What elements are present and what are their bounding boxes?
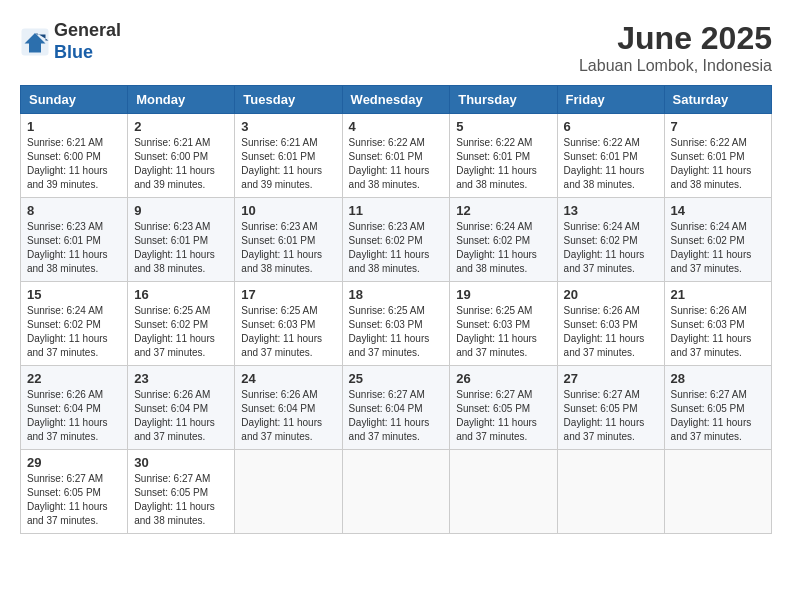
day-info: Sunrise: 6:26 AM Sunset: 6:03 PM Dayligh… — [564, 304, 658, 360]
day-info: Sunrise: 6:25 AM Sunset: 6:03 PM Dayligh… — [456, 304, 550, 360]
day-number: 11 — [349, 203, 444, 218]
calendar-day-cell — [450, 450, 557, 534]
day-info: Sunrise: 6:23 AM Sunset: 6:02 PM Dayligh… — [349, 220, 444, 276]
calendar-day-cell: 18Sunrise: 6:25 AM Sunset: 6:03 PM Dayli… — [342, 282, 450, 366]
calendar-day-cell: 4Sunrise: 6:22 AM Sunset: 6:01 PM Daylig… — [342, 114, 450, 198]
day-number: 8 — [27, 203, 121, 218]
calendar-day-cell — [235, 450, 342, 534]
calendar-day-cell: 11Sunrise: 6:23 AM Sunset: 6:02 PM Dayli… — [342, 198, 450, 282]
calendar-week-row: 8Sunrise: 6:23 AM Sunset: 6:01 PM Daylig… — [21, 198, 772, 282]
day-info: Sunrise: 6:24 AM Sunset: 6:02 PM Dayligh… — [564, 220, 658, 276]
day-info: Sunrise: 6:25 AM Sunset: 6:03 PM Dayligh… — [241, 304, 335, 360]
day-number: 6 — [564, 119, 658, 134]
day-number: 7 — [671, 119, 765, 134]
day-number: 9 — [134, 203, 228, 218]
day-number: 15 — [27, 287, 121, 302]
header: General Blue June 2025 Labuan Lombok, In… — [20, 20, 772, 75]
day-info: Sunrise: 6:27 AM Sunset: 6:05 PM Dayligh… — [456, 388, 550, 444]
day-info: Sunrise: 6:27 AM Sunset: 6:05 PM Dayligh… — [27, 472, 121, 528]
calendar-week-row: 22Sunrise: 6:26 AM Sunset: 6:04 PM Dayli… — [21, 366, 772, 450]
weekday-header-friday: Friday — [557, 86, 664, 114]
weekday-header-sunday: Sunday — [21, 86, 128, 114]
day-info: Sunrise: 6:26 AM Sunset: 6:04 PM Dayligh… — [134, 388, 228, 444]
calendar-day-cell: 30Sunrise: 6:27 AM Sunset: 6:05 PM Dayli… — [128, 450, 235, 534]
weekday-header-thursday: Thursday — [450, 86, 557, 114]
calendar-day-cell: 29Sunrise: 6:27 AM Sunset: 6:05 PM Dayli… — [21, 450, 128, 534]
day-info: Sunrise: 6:26 AM Sunset: 6:04 PM Dayligh… — [241, 388, 335, 444]
day-info: Sunrise: 6:23 AM Sunset: 6:01 PM Dayligh… — [134, 220, 228, 276]
calendar-day-cell: 7Sunrise: 6:22 AM Sunset: 6:01 PM Daylig… — [664, 114, 771, 198]
calendar-day-cell: 28Sunrise: 6:27 AM Sunset: 6:05 PM Dayli… — [664, 366, 771, 450]
day-info: Sunrise: 6:22 AM Sunset: 6:01 PM Dayligh… — [564, 136, 658, 192]
calendar-day-cell: 24Sunrise: 6:26 AM Sunset: 6:04 PM Dayli… — [235, 366, 342, 450]
day-number: 22 — [27, 371, 121, 386]
day-info: Sunrise: 6:25 AM Sunset: 6:03 PM Dayligh… — [349, 304, 444, 360]
title-section: June 2025 Labuan Lombok, Indonesia — [579, 20, 772, 75]
logo-line2: Blue — [54, 42, 121, 64]
day-info: Sunrise: 6:26 AM Sunset: 6:04 PM Dayligh… — [27, 388, 121, 444]
calendar-day-cell: 3Sunrise: 6:21 AM Sunset: 6:01 PM Daylig… — [235, 114, 342, 198]
calendar-day-cell — [664, 450, 771, 534]
calendar-header-row: SundayMondayTuesdayWednesdayThursdayFrid… — [21, 86, 772, 114]
day-number: 2 — [134, 119, 228, 134]
calendar-week-row: 29Sunrise: 6:27 AM Sunset: 6:05 PM Dayli… — [21, 450, 772, 534]
calendar-day-cell: 17Sunrise: 6:25 AM Sunset: 6:03 PM Dayli… — [235, 282, 342, 366]
calendar-day-cell: 26Sunrise: 6:27 AM Sunset: 6:05 PM Dayli… — [450, 366, 557, 450]
day-info: Sunrise: 6:24 AM Sunset: 6:02 PM Dayligh… — [27, 304, 121, 360]
day-number: 14 — [671, 203, 765, 218]
day-number: 4 — [349, 119, 444, 134]
calendar-day-cell: 22Sunrise: 6:26 AM Sunset: 6:04 PM Dayli… — [21, 366, 128, 450]
day-info: Sunrise: 6:21 AM Sunset: 6:00 PM Dayligh… — [27, 136, 121, 192]
calendar-table: SundayMondayTuesdayWednesdayThursdayFrid… — [20, 85, 772, 534]
calendar-day-cell: 14Sunrise: 6:24 AM Sunset: 6:02 PM Dayli… — [664, 198, 771, 282]
weekday-header-monday: Monday — [128, 86, 235, 114]
calendar-day-cell: 21Sunrise: 6:26 AM Sunset: 6:03 PM Dayli… — [664, 282, 771, 366]
day-info: Sunrise: 6:23 AM Sunset: 6:01 PM Dayligh… — [27, 220, 121, 276]
calendar-day-cell: 12Sunrise: 6:24 AM Sunset: 6:02 PM Dayli… — [450, 198, 557, 282]
day-number: 27 — [564, 371, 658, 386]
calendar-day-cell: 27Sunrise: 6:27 AM Sunset: 6:05 PM Dayli… — [557, 366, 664, 450]
day-info: Sunrise: 6:22 AM Sunset: 6:01 PM Dayligh… — [349, 136, 444, 192]
day-number: 1 — [27, 119, 121, 134]
calendar-day-cell: 23Sunrise: 6:26 AM Sunset: 6:04 PM Dayli… — [128, 366, 235, 450]
day-number: 10 — [241, 203, 335, 218]
day-info: Sunrise: 6:22 AM Sunset: 6:01 PM Dayligh… — [671, 136, 765, 192]
day-number: 21 — [671, 287, 765, 302]
day-number: 16 — [134, 287, 228, 302]
logo: General Blue — [20, 20, 121, 63]
day-info: Sunrise: 6:21 AM Sunset: 6:00 PM Dayligh… — [134, 136, 228, 192]
calendar-day-cell — [342, 450, 450, 534]
day-info: Sunrise: 6:27 AM Sunset: 6:05 PM Dayligh… — [134, 472, 228, 528]
month-year-title: June 2025 — [579, 20, 772, 57]
calendar-week-row: 15Sunrise: 6:24 AM Sunset: 6:02 PM Dayli… — [21, 282, 772, 366]
day-number: 13 — [564, 203, 658, 218]
calendar-day-cell: 25Sunrise: 6:27 AM Sunset: 6:04 PM Dayli… — [342, 366, 450, 450]
calendar-day-cell: 19Sunrise: 6:25 AM Sunset: 6:03 PM Dayli… — [450, 282, 557, 366]
calendar-day-cell — [557, 450, 664, 534]
day-info: Sunrise: 6:21 AM Sunset: 6:01 PM Dayligh… — [241, 136, 335, 192]
day-number: 26 — [456, 371, 550, 386]
day-info: Sunrise: 6:26 AM Sunset: 6:03 PM Dayligh… — [671, 304, 765, 360]
calendar-day-cell: 5Sunrise: 6:22 AM Sunset: 6:01 PM Daylig… — [450, 114, 557, 198]
calendar-day-cell: 2Sunrise: 6:21 AM Sunset: 6:00 PM Daylig… — [128, 114, 235, 198]
weekday-header-wednesday: Wednesday — [342, 86, 450, 114]
day-info: Sunrise: 6:27 AM Sunset: 6:05 PM Dayligh… — [564, 388, 658, 444]
logo-line1: General — [54, 20, 121, 42]
day-info: Sunrise: 6:24 AM Sunset: 6:02 PM Dayligh… — [456, 220, 550, 276]
day-number: 23 — [134, 371, 228, 386]
day-number: 24 — [241, 371, 335, 386]
day-info: Sunrise: 6:27 AM Sunset: 6:04 PM Dayligh… — [349, 388, 444, 444]
weekday-header-saturday: Saturday — [664, 86, 771, 114]
calendar-day-cell: 13Sunrise: 6:24 AM Sunset: 6:02 PM Dayli… — [557, 198, 664, 282]
day-info: Sunrise: 6:27 AM Sunset: 6:05 PM Dayligh… — [671, 388, 765, 444]
calendar-day-cell: 1Sunrise: 6:21 AM Sunset: 6:00 PM Daylig… — [21, 114, 128, 198]
day-number: 30 — [134, 455, 228, 470]
day-number: 12 — [456, 203, 550, 218]
day-info: Sunrise: 6:24 AM Sunset: 6:02 PM Dayligh… — [671, 220, 765, 276]
location-title: Labuan Lombok, Indonesia — [579, 57, 772, 75]
day-info: Sunrise: 6:22 AM Sunset: 6:01 PM Dayligh… — [456, 136, 550, 192]
calendar-day-cell: 6Sunrise: 6:22 AM Sunset: 6:01 PM Daylig… — [557, 114, 664, 198]
day-number: 20 — [564, 287, 658, 302]
calendar-day-cell: 8Sunrise: 6:23 AM Sunset: 6:01 PM Daylig… — [21, 198, 128, 282]
day-number: 3 — [241, 119, 335, 134]
